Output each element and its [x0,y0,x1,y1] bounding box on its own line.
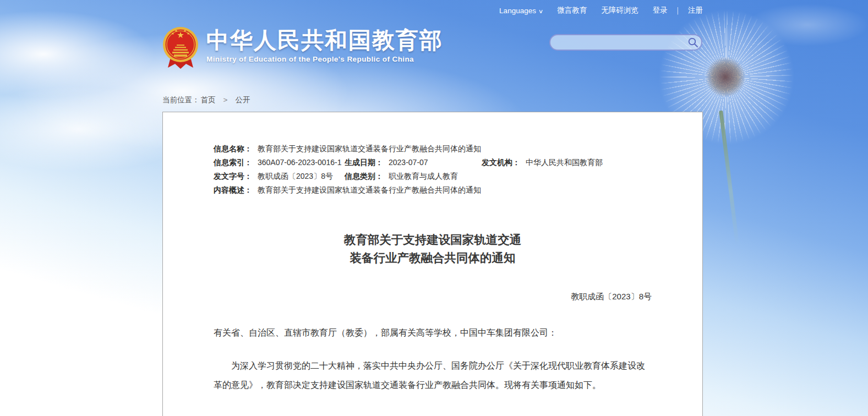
breadcrumb-separator: > [223,96,228,104]
search-icon[interactable] [685,35,701,50]
document-meta: 信息名称： 教育部关于支持建设国家轨道交通装备行业产教融合共同体的通知 信息索引… [214,142,652,197]
meta-index-pair: 信息索引： 360A07-06-2023-0016-1 [214,156,345,169]
document-title: 教育部关于支持建设国家轨道交通 装备行业产教融合共同体的通知 [214,231,652,267]
nav-register[interactable]: 注册 [688,6,703,15]
document-salutation: 有关省、自治区、直辖市教育厅（教委），部属有关高等学校，中国中车集团有限公司： [214,326,652,340]
dandelion-center [705,57,746,97]
document-title-line2: 装备行业产教融合共同体的通知 [214,249,652,267]
top-navigation: Languages∨ 微言教育 无障碍浏览 登录 ｜ 注册 [499,6,703,15]
breadcrumb-prefix: 当前位置： [162,96,200,104]
site-brand: 中华人民共和国教育部 Ministry of Education of the … [162,26,443,70]
document-number: 教职成函〔2023〕8号 [214,291,652,303]
meta-type-value: 职业教育与成人教育 [389,169,458,183]
breadcrumb: 当前位置：首页>公开 [162,95,250,105]
meta-org-pair: 发文机构： 中华人民共和国教育部 [482,156,652,169]
meta-docno-label: 发文字号： [214,169,258,183]
breadcrumb-section-link[interactable]: 公开 [235,96,250,104]
meta-docno-value: 教职成函〔2023〕8号 [258,169,333,183]
meta-index-value: 360A07-06-2023-0016-1 [258,156,342,169]
meta-row-name: 信息名称： 教育部关于支持建设国家轨道交通装备行业产教融合共同体的通知 [214,142,652,156]
breadcrumb-home-link[interactable]: 首页 [201,96,216,104]
meta-name-value: 教育部关于支持建设国家轨道交通装备行业产教融合共同体的通知 [258,142,481,156]
document-title-line1: 教育部关于支持建设国家轨道交通 [214,231,652,249]
search-box[interactable] [549,34,702,51]
document-paragraph: 为深入学习贯彻党的二十大精神，落实中共中央办公厅、国务院办公厅《关于深化现代职业… [214,356,652,395]
meta-date-value: 2023-07-07 [389,156,428,169]
search-input[interactable] [550,35,685,50]
national-emblem-graphic [162,26,199,70]
meta-type-pair: 信息类别： 职业教育与成人教育 [345,169,652,183]
site-title: 中华人民共和国教育部 [206,28,443,53]
languages-menu[interactable]: Languages∨ [499,7,543,15]
document-panel: 信息名称： 教育部关于支持建设国家轨道交通装备行业产教融合共同体的通知 信息索引… [162,112,703,416]
meta-row-summary: 内容概述： 教育部关于支持建设国家轨道交通装备行业产教融合共同体的通知 [214,183,652,197]
meta-summary-label: 内容概述： [214,183,258,197]
meta-date-pair: 生成日期： 2023-07-07 [345,156,482,169]
meta-row-docno-type: 发文字号： 教职成函〔2023〕8号 信息类别： 职业教育与成人教育 [214,169,652,183]
dandelion-stem [719,110,739,244]
meta-summary-value: 教育部关于支持建设国家轨道交通装备行业产教融合共同体的通知 [258,183,481,197]
site-subtitle: Ministry of Education of the People's Re… [206,55,443,63]
meta-index-label: 信息索引： [214,156,258,169]
nav-login[interactable]: 登录 [653,6,668,15]
nav-weiyan-education[interactable]: 微言教育 [557,6,587,15]
page-background: Languages∨ 微言教育 无障碍浏览 登录 ｜ 注册 [0,0,868,416]
nav-divider: ｜ [674,6,681,15]
site-title-block: 中华人民共和国教育部 Ministry of Education of the … [206,26,443,63]
languages-label: Languages [499,7,536,15]
meta-org-label: 发文机构： [482,156,526,169]
meta-date-label: 生成日期： [345,156,389,169]
meta-docno-pair: 发文字号： 教职成函〔2023〕8号 [214,169,345,183]
meta-name-label: 信息名称： [214,142,258,156]
meta-type-label: 信息类别： [345,169,389,183]
national-emblem-logo [162,26,199,70]
meta-row-index-date-org: 信息索引： 360A07-06-2023-0016-1 生成日期： 2023-0… [214,156,652,169]
meta-org-value: 中华人民共和国教育部 [526,156,603,169]
nav-accessibility-browse[interactable]: 无障碍浏览 [601,6,638,15]
chevron-down-icon: ∨ [538,8,544,14]
